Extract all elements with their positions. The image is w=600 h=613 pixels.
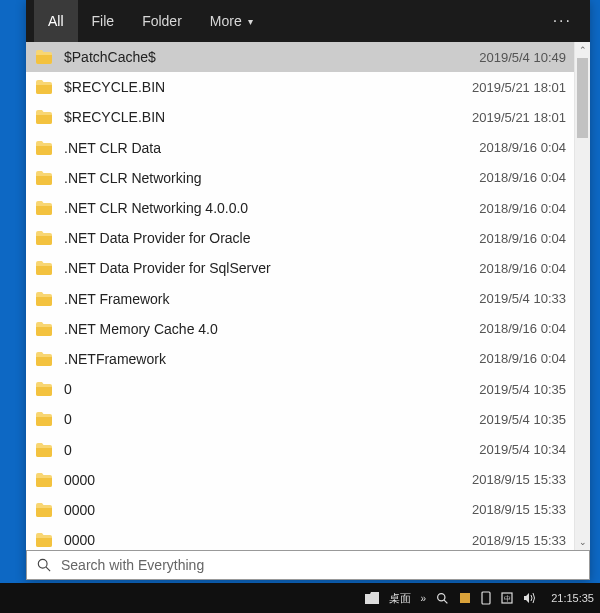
results-area: $PatchCache$2019/5/4 10:49$RECYCLE.BIN20… [26,42,590,550]
folder-icon [36,443,52,457]
file-row[interactable]: .NET Data Provider for SqlServer2018/9/1… [26,253,574,283]
tab-label: Folder [142,13,182,29]
tab-label: File [92,13,115,29]
tab-all[interactable]: All [34,0,78,42]
svg-point-2 [438,593,445,600]
file-row[interactable]: 02019/5/4 10:34 [26,434,574,464]
file-name: .NET Framework [64,291,479,307]
file-date: 2019/5/21 18:01 [472,110,566,125]
folder-icon [36,50,52,64]
tab-more[interactable]: More ▾ [196,0,267,42]
svg-text:中: 中 [504,595,511,602]
folder-icon [36,171,52,185]
folder-icon [36,352,52,366]
file-name: .NET Data Provider for SqlServer [64,260,479,276]
scroll-thumb[interactable] [577,58,588,138]
taskbar-clock[interactable]: 21:15:35 [551,592,594,604]
file-date: 2018/9/15 15:33 [472,533,566,548]
folder-icon [36,412,52,426]
file-date: 2018/9/15 15:33 [472,502,566,517]
device-icon[interactable] [481,591,491,605]
folder-icon [36,80,52,94]
svg-point-0 [38,559,47,568]
windows-taskbar: 桌面 » 中 21:15:35 [0,583,600,613]
folder-icon [36,533,52,547]
tab-label: More [210,13,242,29]
search-bar [26,550,590,580]
file-date: 2018/9/16 0:04 [479,201,566,216]
toolbar: All File Folder More ▾ ··· [26,0,590,42]
file-date: 2018/9/16 0:04 [479,170,566,185]
explorer-icon[interactable] [365,592,379,604]
svg-rect-5 [482,592,490,604]
folder-icon [36,382,52,396]
svg-line-1 [46,567,50,571]
file-row[interactable]: $PatchCache$2019/5/4 10:49 [26,42,574,72]
file-date: 2018/9/16 0:04 [479,261,566,276]
file-row[interactable]: $RECYCLE.BIN2019/5/21 18:01 [26,102,574,132]
file-name: $RECYCLE.BIN [64,109,472,125]
file-date: 2018/9/16 0:04 [479,351,566,366]
file-name: .NET Data Provider for Oracle [64,230,479,246]
ime-icon[interactable]: 中 [501,592,513,604]
file-name: 0000 [64,472,472,488]
scroll-down-arrow[interactable]: ⌄ [575,534,590,550]
file-row[interactable]: 00002018/9/15 15:33 [26,525,574,550]
file-row[interactable]: .NET Memory Cache 4.02018/9/16 0:04 [26,314,574,344]
file-row[interactable]: 00002018/9/15 15:33 [26,495,574,525]
file-row[interactable]: .NETFramework2018/9/16 0:04 [26,344,574,374]
scroll-up-arrow[interactable]: ⌃ [575,42,590,58]
file-name: $PatchCache$ [64,49,479,65]
file-date: 2019/5/4 10:34 [479,442,566,457]
system-tray: 桌面 » 中 21:15:35 [365,591,594,606]
file-date: 2018/9/16 0:04 [479,321,566,336]
chevron-down-icon: ▾ [248,16,253,27]
file-name: 0 [64,442,479,458]
folder-icon [36,473,52,487]
file-row[interactable]: .NET CLR Data2018/9/16 0:04 [26,133,574,163]
file-row[interactable]: 02019/5/4 10:35 [26,404,574,434]
folder-icon [36,503,52,517]
desktop-label[interactable]: 桌面 [389,591,411,606]
file-date: 2018/9/16 0:04 [479,231,566,246]
vertical-scrollbar[interactable]: ⌃ ⌄ [574,42,590,550]
file-date: 2018/9/16 0:04 [479,140,566,155]
file-date: 2018/9/15 15:33 [472,472,566,487]
folder-icon [36,201,52,215]
file-name: .NET CLR Data [64,140,479,156]
file-row[interactable]: .NET Framework2019/5/4 10:33 [26,284,574,314]
tab-file[interactable]: File [78,0,129,42]
toolbar-divider: » [421,593,427,604]
volume-icon[interactable] [523,592,537,604]
file-row[interactable]: 00002018/9/15 15:33 [26,465,574,495]
file-name: 0 [64,411,479,427]
tab-folder[interactable]: Folder [128,0,196,42]
search-tray-icon[interactable] [436,592,449,605]
file-row[interactable]: .NET CLR Networking2018/9/16 0:04 [26,163,574,193]
file-row[interactable]: 02019/5/4 10:35 [26,374,574,404]
scroll-track[interactable] [575,58,590,534]
svg-rect-4 [460,593,470,603]
folder-icon [36,141,52,155]
file-name: .NET CLR Networking 4.0.0.0 [64,200,479,216]
file-name: 0 [64,381,479,397]
security-icon[interactable] [459,592,471,604]
file-name: 0000 [64,532,472,548]
tab-label: All [48,13,64,29]
file-date: 2019/5/4 10:49 [479,50,566,65]
file-date: 2019/5/4 10:33 [479,291,566,306]
file-name: .NETFramework [64,351,479,367]
file-row[interactable]: .NET Data Provider for Oracle2018/9/16 0… [26,223,574,253]
folder-icon [36,292,52,306]
overflow-menu-button[interactable]: ··· [543,12,582,30]
folder-icon [36,231,52,245]
search-input[interactable] [61,557,579,573]
search-icon [37,558,51,572]
file-row[interactable]: $RECYCLE.BIN2019/5/21 18:01 [26,72,574,102]
file-name: $RECYCLE.BIN [64,79,472,95]
file-date: 2019/5/4 10:35 [479,382,566,397]
file-list[interactable]: $PatchCache$2019/5/4 10:49$RECYCLE.BIN20… [26,42,574,550]
file-row[interactable]: .NET CLR Networking 4.0.0.02018/9/16 0:0… [26,193,574,223]
file-date: 2019/5/21 18:01 [472,80,566,95]
folder-icon [36,322,52,336]
